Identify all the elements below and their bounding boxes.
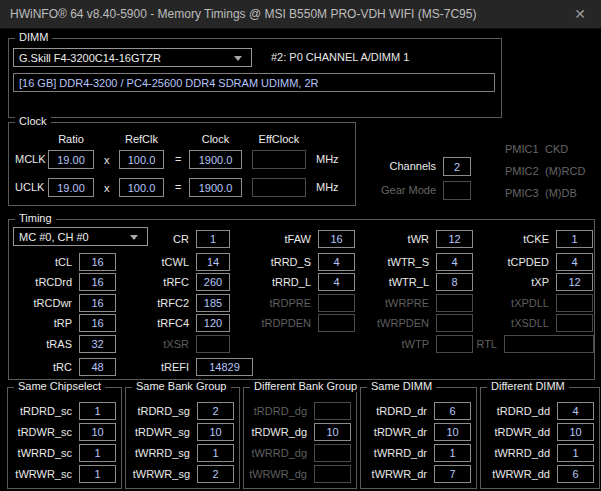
tCWL-label: tCWL [117,256,196,268]
dimm-group-legend: DIMM [15,31,52,43]
tXSDLL-value [556,314,593,332]
tWRWR_sg-value: 2 [197,465,234,483]
tRDWR_dg-value: 10 [314,423,351,441]
row-tWRRD_sg: tWRRD_sg1 [128,444,234,462]
tCPDED-label: tCPDED [459,256,556,268]
RTL-value [504,335,594,353]
timing-tRCDrd: tRCDrd16 [13,273,116,291]
group-same-bank-group: Same Bank Group tRDRD_sg2 tRDWR_sg10 tWR… [125,387,240,489]
tRCDrd-value: 16 [79,273,116,291]
tRDWR_dg-label: tRDWR_dg [246,426,314,438]
tRDRD_dg-label: tRDRD_dg [246,405,314,417]
tRDWR_dd-value: 10 [557,423,594,441]
row-tWRRD_dg: tWRRD_dg [246,444,351,462]
tRDWR_sc-label: tRDWR_sc [10,426,79,438]
timing-tRP: tRP16 [13,314,116,332]
timing-tRDPRE: tRDPRE [221,294,355,312]
tRFC4-label: tRFC4 [117,317,196,329]
row-tRDRD_dd: tRDRD_dd4 [483,402,594,420]
timing-group-legend: Timing [15,212,56,224]
timing-tXSR: tXSR [117,335,230,353]
tWRRD_dr-label: tWRRD_dr [363,447,434,459]
CR-label: CR [117,233,196,245]
tRC-label: tRC [13,361,79,373]
tRDRD_dd-value: 4 [557,402,594,420]
row-tWRWR_sg: tWRWR_sg2 [128,465,234,483]
pmic3-value: (M)DB [545,187,577,199]
timing-tWRPRE: tWRPRE [339,294,473,312]
tWRRD_dd-label: tWRRD_dd [483,447,557,459]
uclk-label: UCLK [15,181,44,193]
mclk-equals-sign: = [175,153,181,165]
row-tRDRD_sc: tRDRD_sc1 [10,402,116,420]
timing-tRFC4: tRFC4120 [117,314,230,332]
tWRWR_dr-label: tWRWR_dr [363,468,434,480]
different-bank-group-legend: Different Bank Group [250,380,361,392]
tWRRD_dd-value: 1 [557,444,594,462]
gear-mode-label: Gear Mode [360,184,436,196]
tRDWR_sg-label: tRDWR_sg [128,426,197,438]
channels-label: Channels [360,160,436,172]
tRDRD_sg-label: tRDRD_sg [128,405,197,417]
row-tRDRD_dg: tRDRD_dg [246,402,351,420]
tWRWR_sc-value: 1 [79,465,116,483]
timing-tWTR_L: tWTR_L8 [339,273,473,291]
tXP-value: 12 [556,273,593,291]
pmic2-value: (M)RCD [545,165,585,177]
row-tWRRD_sc: tWRRD_sc1 [10,444,116,462]
tRP-label: tRP [13,317,79,329]
tXSR-label: tXSR [117,338,196,350]
tRFC2-label: tRFC2 [117,297,196,309]
tWTP-label: tWTP [339,338,436,350]
dimm-module-select-value: G.Skill F4-3200C14-16GTZR [19,52,161,64]
group-same-dimm: Same DIMM tRDRD_dr6 tRDWR_dr10 tWRRD_dr1… [360,387,477,489]
close-button[interactable]: ✕ [565,0,595,28]
gear-mode-value [443,181,471,200]
mclk-unit-label: MHz [316,153,339,165]
tRRD_S-label: tRRD_S [221,256,318,268]
tCL-value: 16 [79,253,116,271]
tRAS-label: tRAS [13,338,79,350]
uclk-effclock-value [252,178,306,197]
timing-tRAS: tRAS32 [13,335,116,353]
timing-RTL: RTL [459,335,594,353]
tRDWR_dr-value: 10 [434,423,471,441]
tCPDED-value: 4 [556,253,593,271]
uclk-unit-label: MHz [316,181,339,193]
timing-tXSDLL: tXSDLL [459,314,593,332]
row-tRDWR_sc: tRDWR_sc10 [10,423,116,441]
tWRRD_dg-value [314,444,351,462]
row-tRDRD_dr: tRDRD_dr6 [363,402,471,420]
tRP-value: 16 [79,314,116,332]
tWTR_S-label: tWTR_S [339,256,436,268]
tXPDLL-value [556,294,593,312]
timing-tWRPDEN: tWRPDEN [339,314,473,332]
group-same-chipselect: Same Chipselect tRDRD_sc1 tRDWR_sc10 tWR… [7,387,122,489]
close-icon: ✕ [574,6,586,22]
tWRWR_dd-label: tWRWR_dd [483,468,557,480]
different-dimm-legend: Different DIMM [487,380,569,392]
same-bank-group-legend: Same Bank Group [132,380,231,392]
timing-tCKE: tCKE1 [459,230,593,248]
tXPDLL-label: tXPDLL [459,297,556,309]
row-tRDRD_sg: tRDRD_sg2 [128,402,234,420]
same-dimm-legend: Same DIMM [367,380,436,392]
timing-tRRD_S: tRRD_S4 [221,253,355,271]
clock-group-legend: Clock [15,115,51,127]
tXSDLL-label: tXSDLL [459,317,556,329]
tCKE-value: 1 [556,230,593,248]
tCL-label: tCL [13,256,79,268]
dimm-module-info: [16 GB] DDR4-3200 / PC4-25600 DDR4 SDRAM… [13,73,495,92]
uclk-ratio-value: 19.00 [48,178,94,197]
tWRWR_dd-value: 6 [557,465,594,483]
dimm-module-select[interactable]: G.Skill F4-3200C14-16GTZR [13,48,252,67]
timing-tXPDLL: tXPDLL [459,294,593,312]
titlebar: HWiNFO® 64 v8.40-5900 - Memory Timings @… [0,0,601,29]
timing-tCWL: tCWL14 [117,253,230,271]
row-tWRRD_dr: tWRRD_dr1 [363,444,471,462]
tWTR_L-label: tWTR_L [339,276,436,288]
row-tWRWR_sc: tWRWR_sc1 [10,465,116,483]
timing-tFAW: tFAW16 [221,230,355,248]
pmic2-label: PMIC2 [505,165,539,177]
timing-tREFI: tREFI14829 [117,358,253,376]
